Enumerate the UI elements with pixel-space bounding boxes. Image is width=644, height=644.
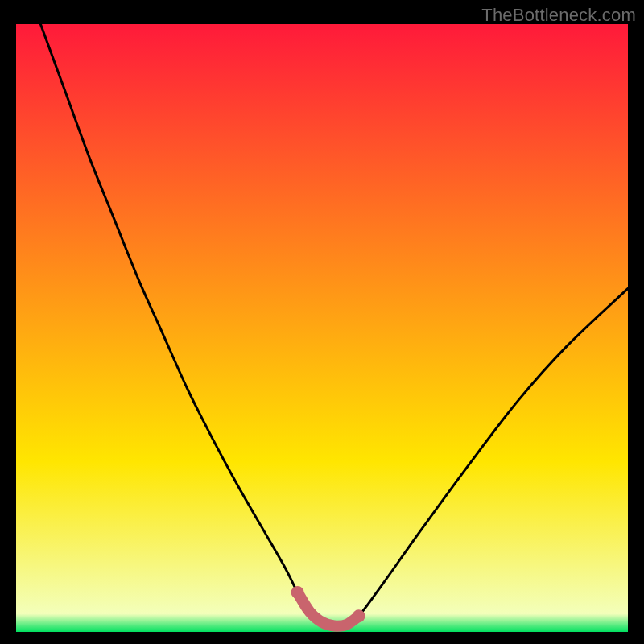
- gradient-plot-area: [16, 24, 628, 632]
- chart-svg: [0, 0, 644, 644]
- watermark-label: TheBottleneck.com: [481, 5, 636, 26]
- highlight-dot: [353, 609, 365, 622]
- highlight-dot: [291, 586, 304, 599]
- chart-stage: TheBottleneck.com: [0, 0, 644, 644]
